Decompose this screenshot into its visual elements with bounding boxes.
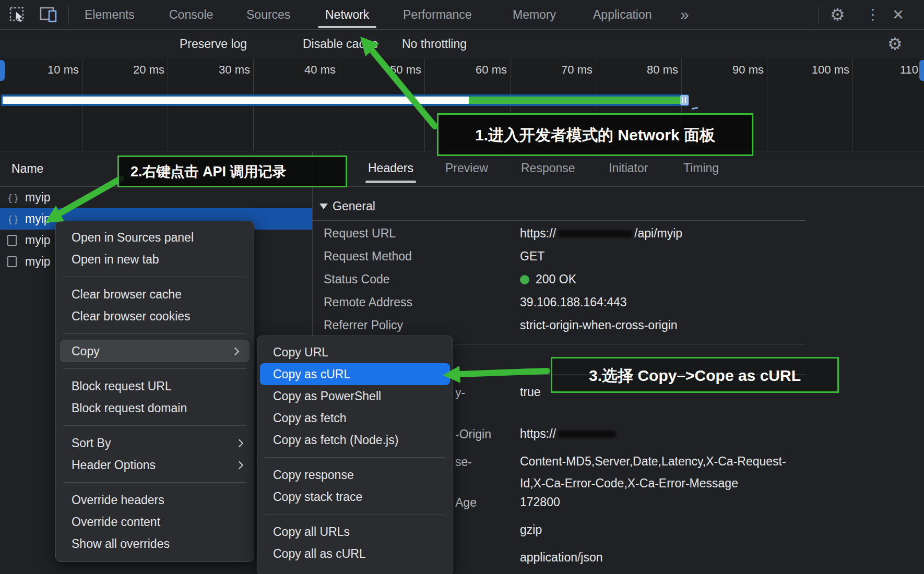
request-name: myip [25, 251, 51, 272]
status-200-green-dot [520, 275, 529, 284]
menu-item-sort-by[interactable]: Sort By [56, 432, 254, 454]
active-tab-underline [318, 26, 376, 28]
header-value: strict-origin-when-cross-origin [520, 314, 678, 336]
ruler-gridline [767, 59, 767, 151]
tab-network[interactable]: Network [325, 0, 369, 29]
overview-right-handle[interactable] [919, 60, 924, 81]
tab-memory[interactable]: Memory [513, 0, 556, 29]
general-section-label: General [333, 199, 375, 213]
submenu-item-copy-as-fetch[interactable]: Copy as fetch [257, 407, 453, 429]
ruler-tick-label: 90 ms [701, 63, 764, 77]
menu-item-clear-browser-cache[interactable]: Clear browser cache [56, 283, 254, 305]
menu-divider [265, 514, 445, 515]
annotation-step1: 1.进入开发者模式的 Network 面板 [437, 113, 753, 156]
toolbar-divider [68, 6, 69, 23]
request-row[interactable]: { }myip [0, 187, 312, 208]
ruler-tick-label: 40 ms [273, 63, 336, 77]
name-column-label: Name [11, 151, 43, 186]
submenu-item-copy-as-powershell[interactable]: Copy as PowerShell [257, 385, 453, 407]
header-value: 200 OK [520, 268, 576, 290]
header-value: 172800 [520, 491, 560, 513]
tab-performance[interactable]: Performance [403, 0, 472, 29]
detail-tab-initiator[interactable]: Initiator [609, 151, 648, 186]
toolbar-divider [818, 6, 819, 23]
inspect-element-icon[interactable] [9, 7, 26, 22]
general-section-header[interactable]: General [319, 195, 375, 217]
submenu-chevron-icon [235, 461, 244, 470]
device-toolbar-icon[interactable] [40, 7, 58, 22]
submenu-item-copy-all-urls[interactable]: Copy all URLs [257, 521, 453, 543]
header-value: https:// [520, 423, 618, 445]
document-file-icon [7, 256, 17, 267]
submenu-item-copy-as-curl[interactable]: Copy as cURL [260, 363, 450, 385]
menu-item-copy[interactable]: Copy [60, 340, 250, 362]
ruler-tick-label: 30 ms [187, 63, 250, 77]
submenu-item-copy-all-as-curl[interactable]: Copy all as cURL [257, 543, 453, 565]
menu-item-block-request-url[interactable]: Block request URL [56, 375, 254, 397]
disable-cache-label: Disable cache [303, 30, 378, 58]
ruler-tick-label: 100 ms [787, 63, 849, 77]
devtools-tab-bar: ElementsConsoleSourcesNetworkPerformance… [0, 0, 924, 29]
close-icon[interactable]: × [893, 0, 904, 29]
header-name: Remote Address [324, 291, 412, 313]
copy-submenu: Copy URLCopy as cURLCopy as PowerShellCo… [257, 336, 453, 574]
overview-left-handle[interactable] [0, 60, 5, 81]
menu-item-override-content[interactable]: Override content [56, 511, 254, 533]
header-name: Status Code [324, 268, 390, 290]
submenu-item-copy-as-fetch-node-js-[interactable]: Copy as fetch (Node.js) [257, 429, 453, 451]
header-value: application/json [520, 546, 603, 568]
preserve-log-label: Preserve log [180, 30, 247, 58]
header-value: Content-MD5,Server,Date,Latency,X-Ca-Req… [520, 450, 786, 494]
ruler-tick-label: 50 ms [359, 63, 421, 77]
submenu-chevron-icon [231, 348, 240, 356]
redacted-blur [556, 229, 634, 239]
tab-sources[interactable]: Sources [246, 0, 290, 29]
header-name-fragment: -Origin [455, 423, 491, 446]
ruler-tick-label: 10 ms [16, 63, 79, 77]
tab-application[interactable]: Application [593, 0, 652, 29]
tab-console[interactable]: Console [169, 0, 213, 29]
menu-divider [63, 425, 246, 426]
overview-progress-bar [469, 97, 681, 104]
active-detail-tab-underline [365, 181, 416, 183]
menu-item-override-headers[interactable]: Override headers [56, 489, 254, 511]
header-name: Request Method [324, 245, 412, 267]
header-value: GET [520, 245, 544, 267]
menu-item-open-in-sources-panel[interactable]: Open in Sources panel [56, 226, 254, 248]
collapse-triangle-icon [319, 204, 328, 209]
ruler-tick-label: 70 ms [530, 63, 593, 77]
menu-divider [63, 333, 246, 334]
detail-tab-preview[interactable]: Preview [445, 151, 488, 186]
header-name: Referrer Policy [324, 314, 403, 336]
detail-tab-headers[interactable]: Headers [368, 151, 413, 186]
header-value: true [520, 381, 541, 403]
submenu-item-copy-url[interactable]: Copy URL [257, 341, 453, 363]
request-name: myip [25, 208, 51, 230]
settings-gear-icon[interactable]: ⚙ [830, 0, 845, 29]
throttling-dropdown[interactable]: No throttling [402, 30, 467, 58]
annotation-step2: 2.右键点击 API 调用记录 [117, 156, 347, 187]
json-file-icon: { } [6, 191, 20, 204]
menu-item-header-options[interactable]: Header Options [56, 454, 254, 476]
detail-tab-response[interactable]: Response [521, 151, 575, 186]
detail-tab-timing[interactable]: Timing [683, 151, 719, 186]
submenu-item-copy-response[interactable]: Copy response [257, 464, 453, 486]
tab-elements[interactable]: Elements [85, 0, 135, 29]
menu-item-block-request-domain[interactable]: Block request domain [56, 397, 254, 419]
menu-divider [265, 457, 445, 458]
overview-selection-bar[interactable] [1, 94, 689, 106]
network-settings-gear-icon[interactable]: ⚙ [887, 30, 903, 58]
menu-divider [63, 368, 246, 369]
header-name: Request URL [324, 222, 396, 244]
submenu-item-copy-stack-trace[interactable]: Copy stack trace [257, 486, 453, 508]
more-tabs-icon[interactable]: » [680, 0, 689, 29]
request-name: myip [25, 187, 51, 208]
header-name-fragment: se- [455, 450, 472, 473]
menu-item-show-all-overrides[interactable]: Show all overrides [56, 533, 254, 555]
overview-cursor-mark [692, 107, 698, 110]
kebab-menu-icon[interactable]: ⋮ [866, 0, 880, 29]
overview-loaded-bar [3, 97, 469, 104]
menu-item-clear-browser-cookies[interactable]: Clear browser cookies [56, 305, 254, 327]
overview-drag-grip[interactable] [680, 95, 689, 105]
menu-item-open-in-new-tab[interactable]: Open in new tab [56, 248, 254, 270]
